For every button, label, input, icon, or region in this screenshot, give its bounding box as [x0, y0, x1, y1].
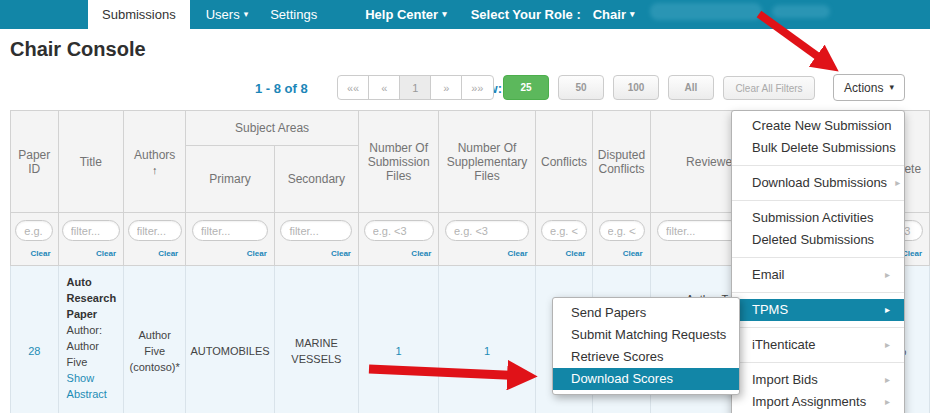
menu-item-label: Email: [752, 267, 785, 283]
page-size-50[interactable]: 50: [558, 75, 604, 100]
menu-item-submission-activities[interactable]: Submission Activities: [732, 207, 904, 229]
redacted-username: [772, 5, 830, 18]
nav-users[interactable]: Users ▾: [206, 0, 248, 29]
col-header-title[interactable]: Title: [58, 111, 124, 213]
clear-filter-link[interactable]: Clear: [565, 249, 585, 258]
menu-item-retrieve-scores[interactable]: Retrieve Scores: [553, 346, 739, 368]
page-size-25[interactable]: 25: [503, 75, 549, 100]
clear-filter-link[interactable]: Clear: [158, 249, 178, 258]
clear-filter-link[interactable]: Clear: [247, 249, 267, 258]
menu-separator: [732, 257, 904, 258]
col-header-disputed-conflicts[interactable]: Disputed Conflicts: [593, 111, 650, 213]
nav-role-chair-label: Chair: [593, 7, 626, 22]
secondary-subject-cell: MARINE VESSELS: [274, 266, 358, 413]
menu-item-label: Create New Submission: [752, 118, 891, 134]
pager-button-[interactable]: »: [430, 75, 462, 100]
disputed-conflicts-filter-input[interactable]: [599, 220, 645, 241]
clear-filter-link[interactable]: Clear: [508, 249, 528, 258]
conflicts-filter-input[interactable]: [541, 220, 587, 241]
paper-id-filter-input[interactable]: [15, 220, 53, 241]
supplementary-files-link[interactable]: 1: [484, 345, 490, 357]
clear-filter-link[interactable]: Clear: [96, 249, 116, 258]
menu-item-tpms[interactable]: TPMS▸: [732, 299, 904, 321]
submission-files-link[interactable]: 1: [396, 345, 402, 357]
clear-filter-link[interactable]: Clear: [331, 249, 351, 258]
menu-separator: [732, 362, 904, 363]
col-header-primary[interactable]: Primary: [186, 146, 275, 213]
sort-asc-icon: ↑: [126, 164, 183, 176]
author-label: Author:: [67, 322, 120, 338]
pager-button-[interactable]: ««: [337, 75, 369, 100]
page-size-buttons: 2550100All: [503, 75, 714, 100]
col-header-conflicts[interactable]: Conflicts: [535, 111, 593, 213]
page-size-100[interactable]: 100: [613, 75, 659, 100]
menu-item-deleted-submissions[interactable]: Deleted Submissions: [732, 229, 904, 251]
clear-all-filters-button[interactable]: Clear All Filters: [723, 76, 815, 100]
page-title: Chair Console: [10, 38, 146, 61]
menu-item-email[interactable]: Email▸: [732, 264, 904, 286]
menu-item-import-assignments[interactable]: Import Assignments▸: [732, 391, 904, 413]
secondary-filter-input[interactable]: [280, 220, 352, 241]
actions-button[interactable]: Actions ▾: [833, 74, 905, 101]
title-cell: Auto Research Paper Author: Author Five …: [58, 266, 124, 413]
redacted-username: [650, 3, 762, 20]
chevron-down-icon: ▾: [442, 10, 447, 19]
menu-item-ithenticate[interactable]: iThenticate▸: [732, 334, 904, 356]
paper-id-link[interactable]: 28: [28, 345, 40, 357]
clear-filter-link[interactable]: Clear: [623, 249, 643, 258]
pager-button-[interactable]: »»: [461, 75, 493, 100]
menu-item-create-new-submission[interactable]: Create New Submission: [732, 115, 904, 137]
clear-filter-link[interactable]: Clear: [31, 249, 51, 258]
supplementary-files-cell: 1: [439, 266, 535, 413]
col-header-supplementary-files[interactable]: Number Of Supplementary Files: [439, 111, 535, 213]
top-navbar: Submissions Users ▾ Settings Help Center…: [0, 0, 930, 29]
actions-button-label: Actions: [844, 81, 883, 95]
primary-filter-input[interactable]: [192, 220, 268, 241]
menu-item-label: Import Bids: [752, 372, 818, 388]
nav-role-chair[interactable]: Chair ▾: [593, 0, 635, 29]
submenu-arrow-icon: ▸: [885, 394, 890, 410]
menu-item-label: Submission Activities: [752, 210, 873, 226]
nav-help-center[interactable]: Help Center ▾: [365, 0, 447, 29]
col-header-authors[interactable]: Authors ↑: [124, 111, 186, 213]
submenu-arrow-icon: ▸: [885, 337, 890, 353]
menu-item-label: Import Assignments: [752, 394, 866, 410]
clear-filter-link[interactable]: Clear: [411, 249, 431, 258]
primary-subject-cell: AUTOMOBILES: [186, 266, 275, 413]
nav-settings-label: Settings: [270, 7, 317, 22]
menu-item-submit-matching-requests[interactable]: Submit Matching Requests: [553, 324, 739, 346]
menu-item-download-scores[interactable]: Download Scores: [553, 368, 739, 390]
menu-separator: [732, 165, 904, 166]
pager-button-1[interactable]: 1: [399, 75, 431, 100]
menu-item-label: Submit Matching Requests: [571, 327, 726, 343]
col-header-paper-id[interactable]: Paper ID: [11, 111, 59, 213]
col-group-subject-areas: Subject Areas: [186, 111, 359, 146]
col-header-submission-files[interactable]: Number Of Submission Files: [358, 111, 438, 213]
chevron-down-icon: ▾: [630, 10, 635, 19]
pager-button-[interactable]: «: [368, 75, 400, 100]
tab-submissions[interactable]: Submissions: [88, 0, 190, 29]
nav-settings[interactable]: Settings: [270, 0, 317, 29]
submenu-arrow-icon: ▸: [895, 175, 900, 191]
title-filter-input[interactable]: [62, 220, 120, 241]
filter-cell-primary: Clear: [186, 213, 275, 266]
nav-users-label: Users: [206, 7, 240, 22]
menu-item-send-papers[interactable]: Send Papers: [553, 302, 739, 324]
submission-files-filter-input[interactable]: [364, 220, 434, 241]
filter-cell-disputed-conflicts: Clear: [593, 213, 650, 266]
nav-spacer: [0, 0, 88, 29]
menu-item-bulk-delete-submissions[interactable]: Bulk Delete Submissions: [732, 137, 904, 159]
menu-item-import-bids[interactable]: Import Bids▸: [732, 369, 904, 391]
col-header-secondary[interactable]: Secondary: [274, 146, 358, 213]
menu-item-download-submissions[interactable]: Download Submissions▸: [732, 172, 904, 194]
authors-filter-input[interactable]: [128, 220, 182, 241]
tab-submissions-label: Submissions: [102, 7, 176, 22]
select-your-role-label: Select Your Role :: [471, 0, 581, 29]
page-size-all[interactable]: All: [668, 75, 714, 100]
chevron-down-icon: ▾: [889, 83, 894, 92]
show-abstract-link[interactable]: Show Abstract: [67, 370, 120, 402]
submenu-arrow-icon: ▸: [885, 302, 890, 318]
actions-menu: Create New SubmissionBulk Delete Submiss…: [731, 110, 905, 413]
menu-separator: [732, 327, 904, 328]
supplementary-files-filter-input[interactable]: [445, 220, 529, 241]
